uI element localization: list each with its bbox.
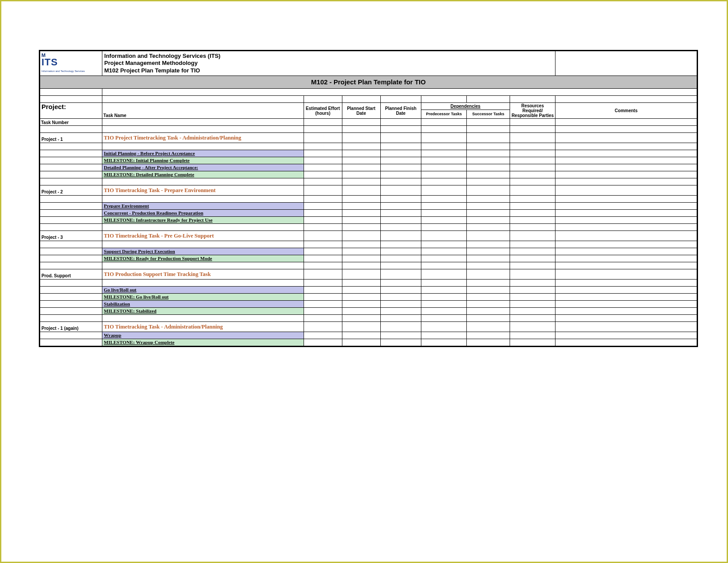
cell[interactable] [342,280,380,287]
cell[interactable] [421,308,466,315]
cell[interactable] [421,301,466,308]
cell[interactable] [510,150,555,157]
cell-task-name[interactable]: MILESTONE: Ready for Production Support … [102,255,304,262]
cell[interactable] [380,231,421,241]
cell-task-name[interactable] [102,315,304,322]
cell-task-number[interactable] [40,241,102,248]
cell[interactable] [380,224,421,231]
cell-task-name[interactable] [102,143,304,150]
cell[interactable] [467,332,510,339]
cell[interactable] [342,241,380,248]
cell[interactable] [380,157,421,164]
cell[interactable] [380,126,421,133]
cell[interactable] [510,322,555,332]
cell[interactable] [304,332,342,339]
cell[interactable] [467,262,510,269]
cell[interactable] [304,248,342,255]
cell-task-number[interactable] [40,332,102,339]
cell[interactable] [555,150,697,157]
cell[interactable] [555,269,697,280]
cell[interactable] [555,301,697,308]
cell-task-name[interactable]: Prepare Environment [102,203,304,210]
cell[interactable] [304,262,342,269]
cell[interactable] [467,185,510,196]
cell[interactable] [342,178,380,185]
cell-task-name[interactable]: TIO Project Timetracking Task - Administ… [102,133,304,143]
cell[interactable] [467,241,510,248]
cell[interactable] [421,339,466,346]
cell[interactable] [421,164,466,171]
cell[interactable] [342,185,380,196]
cell-task-name[interactable]: Stabilization [102,301,304,308]
cell[interactable] [510,308,555,315]
cell-task-name[interactable]: Wrapup [102,332,304,339]
cell[interactable] [555,157,697,164]
cell[interactable] [510,203,555,210]
cell[interactable] [467,301,510,308]
cell[interactable] [380,332,421,339]
cell[interactable] [510,217,555,224]
cell[interactable] [342,133,380,143]
cell-task-name[interactable]: TIO Timetracking Task - Prepare Environm… [102,185,304,196]
cell-task-number[interactable] [40,203,102,210]
cell[interactable] [304,322,342,332]
cell[interactable] [467,231,510,241]
cell[interactable] [555,217,697,224]
cell[interactable] [304,224,342,231]
cell-task-number[interactable] [40,224,102,231]
cell[interactable] [380,269,421,280]
cell[interactable] [467,322,510,332]
cell[interactable] [421,332,466,339]
cell[interactable] [510,269,555,280]
cell[interactable] [467,203,510,210]
cell[interactable] [380,241,421,248]
cell[interactable] [421,262,466,269]
cell[interactable] [467,255,510,262]
cell[interactable] [304,178,342,185]
cell[interactable] [510,280,555,287]
cell[interactable] [421,217,466,224]
cell[interactable] [304,339,342,346]
cell[interactable] [304,241,342,248]
cell[interactable] [304,280,342,287]
cell[interactable] [342,339,380,346]
cell-task-number[interactable] [40,248,102,255]
cell-task-name[interactable] [102,280,304,287]
cell[interactable] [467,126,510,133]
cell[interactable] [342,301,380,308]
cell[interactable] [380,217,421,224]
cell-task-number[interactable] [40,339,102,346]
cell[interactable] [304,287,342,294]
cell[interactable] [555,133,697,143]
cell[interactable] [555,280,697,287]
cell-task-number[interactable] [40,210,102,217]
cell[interactable] [421,255,466,262]
cell[interactable] [555,262,697,269]
cell[interactable] [380,248,421,255]
cell[interactable] [304,196,342,203]
cell[interactable] [342,308,380,315]
cell[interactable] [555,203,697,210]
cell-task-number[interactable] [40,217,102,224]
cell[interactable] [342,224,380,231]
cell[interactable] [467,133,510,143]
cell[interactable] [380,185,421,196]
cell[interactable] [304,150,342,157]
cell[interactable] [467,248,510,255]
cell[interactable] [421,150,466,157]
cell[interactable] [555,178,697,185]
cell-task-number[interactable] [40,255,102,262]
cell[interactable] [342,157,380,164]
cell[interactable] [467,339,510,346]
cell[interactable] [555,287,697,294]
cell[interactable] [380,178,421,185]
cell[interactable] [342,269,380,280]
cell[interactable] [380,322,421,332]
cell-task-number[interactable] [40,126,102,133]
cell-task-name[interactable] [102,262,304,269]
cell[interactable] [342,294,380,301]
cell[interactable] [510,210,555,217]
cell[interactable] [304,157,342,164]
cell[interactable] [304,126,342,133]
cell[interactable] [380,164,421,171]
